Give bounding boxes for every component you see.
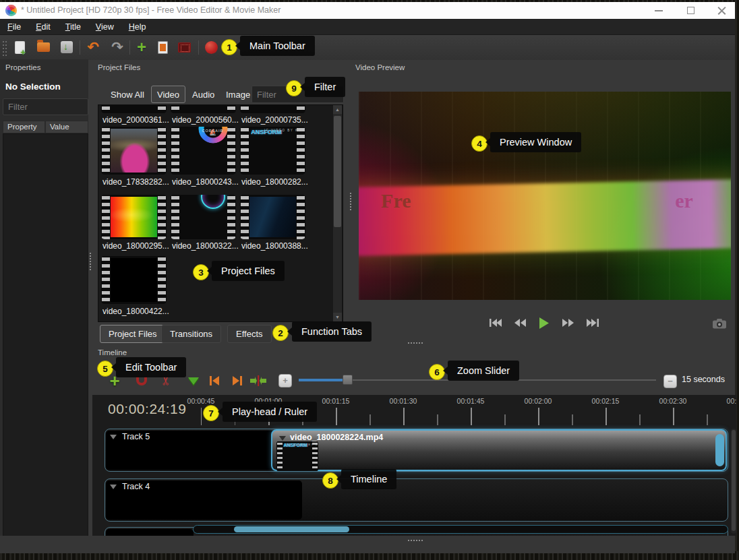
toolbar-grip[interactable] (3, 40, 7, 56)
add-marker-icon (188, 377, 199, 385)
ruler-label: 00:00:45 (177, 397, 225, 405)
menu-file[interactable]: File (0, 20, 28, 34)
value-column-header[interactable]: Value (45, 121, 88, 133)
tab-audio[interactable]: Audio (187, 86, 220, 103)
center-playhead-button[interactable] (250, 373, 266, 389)
tab-show-all[interactable]: Show All (105, 86, 150, 103)
callout-tip-6: Zoom Slider (448, 361, 519, 381)
main-toolbar: + ↶ ↷ + (0, 35, 735, 60)
dock-splitter-handle[interactable] (408, 540, 423, 541)
minimize-button[interactable] (644, 2, 674, 19)
file-thumbnail[interactable] (171, 105, 236, 113)
file-thumbnail[interactable]: ⛵ CORSAIR (171, 127, 236, 175)
scrollbar-thumb[interactable] (234, 526, 349, 532)
properties-filter-input[interactable] (3, 98, 88, 115)
zoom-in-button[interactable]: + (277, 373, 293, 389)
fast-forward-button[interactable] (562, 317, 574, 328)
callout-label-7: Play-head / Ruler (232, 406, 307, 417)
function-tab-project-files[interactable]: Project Files (100, 325, 166, 343)
app-logo-icon (5, 5, 17, 16)
dock-splitter-handle[interactable] (350, 193, 351, 210)
jump-to-end-button[interactable] (586, 317, 599, 328)
file-thumbnail[interactable]: ANSFORM IC VIDEO BY KI (240, 127, 305, 175)
export-video-button[interactable] (203, 39, 219, 55)
property-column-header[interactable]: Property (3, 121, 45, 133)
save-project-button[interactable] (59, 39, 75, 55)
ruler-label: 00:02:45 (717, 397, 736, 405)
file-label[interactable]: video_18000243... (172, 177, 239, 187)
zoom-out-button[interactable]: − (662, 373, 678, 390)
add-marker-button[interactable] (185, 373, 202, 389)
file-label[interactable]: video_18000295... (102, 241, 170, 251)
tab-image[interactable]: Image (220, 86, 256, 103)
menu-view[interactable]: View (88, 20, 121, 34)
function-tab-effects[interactable]: Effects (227, 325, 272, 343)
dock-splitter-handle[interactable] (408, 342, 423, 344)
file-thumbnail[interactable] (101, 256, 167, 304)
selected-clip[interactable]: video_1800028224.mp4 ANSFORM IC VIDEO BY… (271, 429, 727, 471)
minimize-icon (655, 10, 663, 11)
menubar: File Edit Title View Help (0, 19, 735, 35)
callout-label-3: Project Files (221, 266, 275, 276)
jump-to-start-button[interactable] (489, 317, 502, 328)
previous-marker-button[interactable] (206, 373, 223, 389)
ruler-label: 00:02:15 (582, 397, 629, 405)
import-files-button[interactable]: + (134, 39, 150, 55)
file-label[interactable]: video_18000422... (102, 307, 170, 316)
next-marker-button[interactable] (229, 373, 245, 389)
file-thumbnail[interactable] (240, 195, 305, 239)
zoom-slider-handle[interactable] (343, 375, 353, 385)
snapshot-button[interactable] (713, 319, 726, 329)
glitch-sub-text: IC VIDEO BY KI (249, 129, 305, 132)
clip-chevron-icon[interactable] (279, 436, 286, 441)
timeline-horizontal-scrollbar[interactable] (193, 525, 728, 534)
fullscreen-button[interactable] (176, 39, 192, 55)
toolbar-separator (198, 40, 199, 55)
clip-black-video[interactable] (106, 529, 194, 536)
menu-help[interactable]: Help (121, 20, 154, 34)
track-chevron-icon[interactable] (110, 485, 117, 489)
play-button[interactable] (537, 317, 550, 328)
track-chevron-icon[interactable] (110, 435, 117, 439)
menu-edit[interactable]: Edit (28, 20, 58, 34)
file-label[interactable]: video_18000322... (172, 241, 239, 251)
file-label[interactable]: video_20000361... (102, 115, 170, 125)
file-label[interactable]: video_18000282... (241, 177, 309, 187)
tab-video[interactable]: Video (151, 86, 185, 103)
function-tab-transitions[interactable]: Transitions (161, 325, 221, 343)
file-thumbnail[interactable] (240, 105, 305, 113)
close-button[interactable] (707, 2, 736, 19)
file-label[interactable]: video_20000560... (172, 115, 239, 125)
rewind-button[interactable] (513, 317, 526, 328)
file-label[interactable]: video_17838282... (102, 177, 170, 187)
timeline-vertical-scrollbar[interactable] (731, 429, 736, 534)
scrollbar-thumb[interactable] (732, 430, 736, 531)
project-files-scrollbar[interactable]: ▲ ▼ (333, 105, 342, 321)
thumbnail-art (111, 129, 157, 173)
clip-resize-handle-right[interactable] (715, 434, 724, 466)
track-4[interactable]: Track 4 (105, 478, 728, 522)
thumbnail-art (111, 197, 157, 237)
scrollbar-thumb[interactable] (334, 116, 341, 227)
file-thumbnail[interactable] (101, 105, 167, 113)
callout-label-1: Main Toolbar (249, 40, 305, 51)
callout-tip-9: Filter (305, 77, 345, 97)
choose-profile-button[interactable] (154, 39, 171, 55)
undo-button[interactable]: ↶ (85, 39, 101, 55)
file-thumbnail[interactable] (101, 195, 167, 239)
file-label[interactable]: video_18000388... (241, 241, 309, 251)
file-thumbnail[interactable] (171, 195, 236, 239)
preview-window[interactable]: Fre er (359, 92, 731, 300)
new-project-button[interactable]: + (11, 39, 28, 55)
scroll-up-icon[interactable]: ▲ (333, 105, 342, 114)
dock-splitter-handle[interactable] (90, 253, 91, 270)
menu-title[interactable]: Title (58, 20, 88, 34)
file-label[interactable]: video_20000735... (241, 115, 309, 125)
file-thumbnail[interactable] (101, 127, 167, 175)
open-project-button[interactable] (35, 39, 51, 55)
no-selection-heading: No Selection (5, 82, 61, 92)
play-icon (539, 317, 550, 329)
scroll-down-icon[interactable]: ▼ (333, 313, 342, 321)
maximize-button[interactable] (676, 2, 705, 19)
redo-button[interactable]: ↷ (109, 39, 125, 55)
